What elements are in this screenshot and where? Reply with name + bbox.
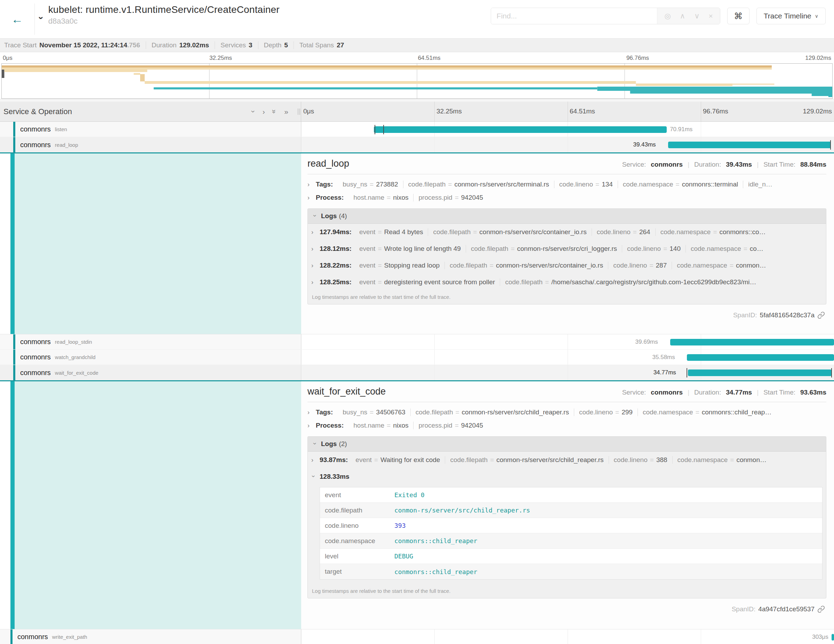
prev-match-icon[interactable]: ∧ (680, 12, 685, 20)
total-spans-label: Total Spans (299, 41, 334, 49)
span-bar-cell[interactable]: 35.58ms (301, 350, 834, 365)
logs-footer-note: Log timestamps are relative to the start… (308, 584, 826, 598)
log-entry[interactable]: › 128.22ms: event=Stopping read loop cod… (308, 257, 826, 274)
target-icon[interactable]: ◎ (664, 12, 671, 20)
span-row-listen[interactable]: conmonrs listen 70.91ms (0, 122, 834, 137)
services-label: Services (220, 41, 246, 49)
span-id-row: SpanID: 5faf48165428c37a (307, 308, 826, 321)
span-name-cell[interactable]: conmonrs wait_for_exit_code (0, 365, 301, 380)
span-bar-cell[interactable]: 70.91ms (301, 122, 834, 137)
span-bar[interactable] (668, 142, 831, 148)
span-row-watch-grandchild[interactable]: conmonrs watch_grandchild 35.58ms (0, 350, 834, 365)
trace-minimap[interactable] (2, 63, 832, 99)
operation-name: write_exit_path (52, 634, 87, 640)
span-id-label: SpanID: (733, 311, 757, 319)
tick-label: 64.51ms (570, 107, 595, 115)
log-entry[interactable]: › 127.94ms: event=Read 4 bytes code.file… (308, 224, 826, 240)
span-bar-cell[interactable]: 39.69ms (301, 334, 834, 350)
span-bar-cell[interactable]: 303μs (301, 629, 834, 644)
operation-name: read_loop_stdin (55, 339, 92, 345)
service-name: conmonrs (20, 125, 51, 133)
duration-label: Duration: (694, 388, 721, 396)
detail-span-title: read_loop (307, 158, 349, 169)
find-input[interactable] (491, 8, 657, 24)
tag-value: 134 (602, 181, 613, 188)
span-bar[interactable] (832, 634, 834, 641)
log-entry[interactable]: › 128.12ms: event=Wrote log line of leng… (308, 240, 826, 257)
service-value: conmonrs (651, 161, 683, 168)
span-bar[interactable] (688, 369, 832, 376)
process-key: process.pid (419, 194, 452, 201)
column-resizer-handle[interactable] (298, 108, 300, 115)
copy-link-icon[interactable] (817, 311, 825, 319)
span-name-cell[interactable]: conmonrs listen (0, 122, 301, 137)
span-row-read-loop[interactable]: conmonrs read_loop 39.43ms (0, 137, 834, 154)
process-accordion[interactable]: › Process: host.name=nixos process.pid=9… (307, 191, 826, 204)
log-timestamp: 127.94ms: (320, 228, 352, 236)
tick-label: 32.25ms (436, 107, 462, 115)
span-bar[interactable] (670, 339, 834, 345)
span-name-cell[interactable]: conmonrs watch_grandchild (0, 350, 301, 365)
tags-label: Tags: (316, 408, 333, 416)
collapse-one-icon[interactable]: › (250, 110, 257, 113)
span-bar[interactable] (687, 354, 834, 361)
tags-accordion[interactable]: › Tags: busy_ns=273882 code.filepath=con… (307, 178, 826, 191)
span-bar-cell[interactable]: 34.77ms (301, 365, 834, 380)
log-entry-expanded-header[interactable]: › 128.33ms (308, 468, 826, 485)
keyboard-shortcuts-button[interactable]: ⌘ (727, 8, 750, 24)
start-time-label: Start Time: (763, 161, 795, 168)
copy-link-icon[interactable] (817, 605, 825, 613)
span-row-read-loop-stdin[interactable]: conmonrs read_loop_stdin 39.69ms (0, 334, 834, 350)
log-fields-table: event Exited 0 code.filepath conmon-rs/s… (320, 487, 823, 579)
span-name-cell[interactable]: conmonrs read_loop (0, 137, 301, 152)
log-timestamp: 93.87ms: (320, 456, 348, 464)
detail-indent-column (0, 154, 301, 334)
clear-find-icon[interactable]: × (709, 12, 713, 20)
span-bar[interactable] (374, 126, 667, 133)
find-icon-strip: ◎ ∧ ∨ × (657, 8, 719, 24)
expand-one-icon[interactable]: › (263, 108, 265, 115)
table-row: code.lineno 393 (320, 518, 822, 533)
service-color-strip (10, 381, 15, 629)
tags-accordion[interactable]: › Tags: busy_ns=34506763 code.filepath=c… (307, 406, 826, 419)
back-button[interactable]: ← (11, 13, 23, 25)
trace-page-header: ← › kubelet: runtime.v1.RuntimeService/C… (0, 0, 834, 38)
span-row-wait-for-exit-code[interactable]: conmonrs wait_for_exit_code 34.77ms (0, 365, 834, 381)
chevron-down-icon[interactable]: › (36, 16, 47, 19)
process-value: nixos (393, 422, 408, 429)
operation-name: listen (55, 126, 67, 132)
service-name: conmonrs (20, 141, 51, 149)
span-name-cell[interactable]: conmonrs read_loop_stdin (0, 334, 301, 350)
log-entry[interactable]: › 128.25ms: event=deregistering event so… (308, 274, 826, 291)
trace-start-fraction: .756 (127, 41, 140, 49)
tag-key: busy_ns (343, 181, 367, 188)
log-timestamp: 128.33ms (320, 473, 349, 481)
service-label: Service: (622, 161, 646, 168)
tag-key: code.namespace (643, 408, 693, 416)
services-value: 3 (249, 41, 252, 49)
span-duration: 303μs (812, 634, 828, 641)
next-match-icon[interactable]: ∨ (694, 12, 700, 20)
span-row-write-exit-path[interactable]: conmonrs write_exit_path 303μs (0, 629, 834, 644)
detail-body: read_loop Service:conmonrs | Duration:39… (301, 154, 834, 334)
trace-view-selector[interactable]: Trace Timeline ∨ (756, 8, 826, 24)
tag-key: code.lineno (579, 408, 613, 416)
expand-all-icon[interactable]: » (284, 108, 288, 115)
logs-accordion-header[interactable]: › Logs (2) (308, 437, 826, 451)
span-id-value: 5faf48165428c37a (760, 311, 815, 319)
logs-accordion-header[interactable]: › Logs (4) (308, 209, 826, 224)
chevron-right-icon: › (307, 181, 312, 188)
process-accordion[interactable]: › Process: host.name=nixos process.pid=9… (307, 419, 826, 432)
log-entry[interactable]: › 93.87ms: event=Waiting for exit code c… (308, 451, 826, 468)
span-bar-cell[interactable]: 39.43ms (301, 137, 834, 152)
field-key: event (325, 491, 394, 499)
table-row: code.namespace conmonrs::child_reaper (320, 533, 822, 549)
span-name-cell[interactable]: conmonrs write_exit_path (0, 629, 301, 644)
table-row: code.filepath conmon-rs/server/src/child… (320, 503, 822, 518)
collapse-all-icon[interactable]: » (271, 110, 278, 114)
tag-key: code.lineno (559, 181, 593, 188)
tag-value: 299 (622, 408, 633, 416)
service-color-strip (13, 365, 15, 380)
log-marker (375, 125, 375, 134)
tag-key: code.filepath (415, 408, 453, 416)
